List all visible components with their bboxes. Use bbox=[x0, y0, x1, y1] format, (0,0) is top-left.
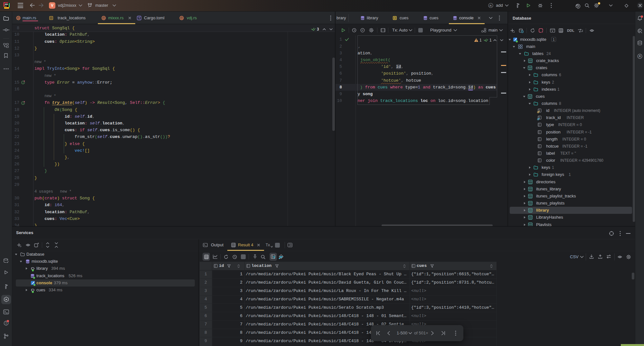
svg-text:RR: RR bbox=[5, 3, 8, 5]
svg-text:R: R bbox=[103, 17, 105, 20]
svg-text:I: I bbox=[23, 102, 24, 105]
svg-text:R: R bbox=[639, 55, 641, 58]
svg-text:R: R bbox=[181, 17, 183, 20]
svg-text:T: T bbox=[138, 16, 140, 20]
svg-text:R: R bbox=[490, 4, 492, 7]
svg-text:I: I bbox=[23, 81, 24, 84]
svg-text:R: R bbox=[18, 17, 20, 20]
svg-text:P: P bbox=[362, 29, 363, 32]
